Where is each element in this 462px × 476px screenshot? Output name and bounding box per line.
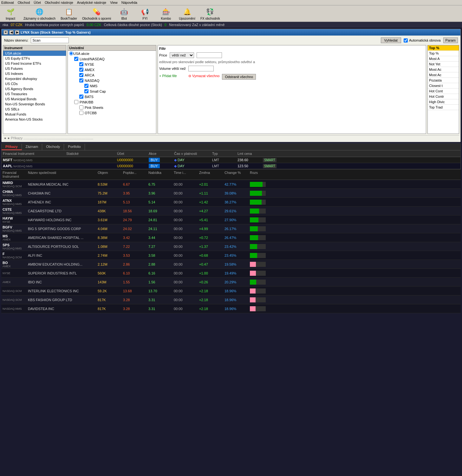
toolbar-fyi[interactable]: 📢 FYI — [137, 7, 153, 20]
loc-amex[interactable]: AMEX — [68, 67, 156, 72]
loc-otcbb[interactable]: OTCBB — [68, 110, 156, 116]
mr-change-9: +0.47 — [198, 262, 223, 267]
loc-pink-sheets[interactable]: Pink Sheets — [68, 105, 156, 110]
order-row-aapl: AAPL NASDAQ.NMS U0000000 BUY ◆ DAY LMT 1… — [2, 163, 460, 169]
market-row-0[interactable]: NMRD NASDAQ.SCM NEMAURA MEDICAL INC 8.53… — [1, 180, 461, 189]
scan-name-label: Název skeneru: — [4, 38, 28, 42]
market-row-5[interactable]: BGFV NASDAQ.NMS BIG 5 SPORTING GOODS COR… — [1, 224, 461, 233]
tab-zaznam[interactable]: Záznam — [22, 144, 42, 150]
auto-refresh-checkbox[interactable] — [404, 38, 408, 43]
clear-filter-button[interactable]: ⊖ Vymazat všechno — [188, 74, 219, 80]
toolbar-fx[interactable]: 💱 FX obchodník — [200, 7, 220, 20]
loc-arca[interactable]: ARCA — [68, 72, 156, 78]
scan-type-pozasta[interactable]: Pozasta — [428, 78, 459, 83]
scan-type-closest[interactable]: Closest t — [428, 83, 459, 89]
scan-type-most-a[interactable]: Most A — [428, 56, 459, 62]
loc-nasdaq[interactable]: NASDAQ — [68, 78, 156, 83]
instrument-us-indexes[interactable]: US Indexes — [3, 71, 66, 76]
scan-type-hot-contr[interactable]: Hot Contr — [428, 94, 459, 99]
loc-bats[interactable]: BATS — [68, 94, 156, 99]
scan-name-input[interactable] — [31, 37, 69, 43]
order-msft-action: BUY — [147, 157, 173, 163]
market-row-14[interactable]: NASDAQ.NMS DAVIDSTEA INC 817K 3.28 3.31 … — [1, 304, 461, 313]
toolbar-ibot[interactable]: 🤖 IBot — [116, 7, 132, 20]
mr-bar-9 — [249, 261, 274, 268]
loc-pink-bb[interactable]: PINK/BB — [68, 99, 156, 105]
win-min-btn[interactable]: ◀ — [9, 30, 14, 35]
instrument-non-us[interactable]: Non-US Sovereign Bonds — [3, 102, 66, 107]
instrument-us-municipal[interactable]: US Municipal Bonds — [3, 96, 66, 102]
loc-nms[interactable]: NMS — [68, 83, 156, 89]
menu-bar: Editovat Obchod Účet Obchodní nástroje A… — [0, 0, 462, 5]
filter-volume-input[interactable] — [188, 66, 214, 71]
market-row-1[interactable]: CHMA NASDAQ.NMS CHIASMA INC 75.2M 3.95 3… — [1, 189, 461, 198]
add-filter-button[interactable]: + Přidat filtr — [159, 74, 177, 80]
mr-pct-14: 18.96% — [223, 306, 249, 311]
instrument-us-sbls[interactable]: US SBLs — [3, 107, 66, 112]
scan-type-high-divic[interactable]: High Divic — [428, 99, 459, 105]
market-row-2[interactable]: ATNX NASDAQ.NMS ATHENEX INC 187M 5.13 5.… — [1, 198, 461, 207]
mr-bar-5 — [249, 226, 274, 232]
menu-item-ucet[interactable]: Účet — [34, 1, 41, 4]
mr-vol-8: 2.74M — [96, 253, 122, 258]
instrument-us-cds[interactable]: US CDs — [3, 81, 66, 86]
loc-nyse[interactable]: NYSE — [68, 62, 156, 67]
win-close-btn[interactable]: ✕ — [3, 30, 8, 35]
scan-type-most-ac-2[interactable]: Most Ac — [428, 72, 459, 78]
instrument-korporatni[interactable]: Korporátní dluhopisy — [3, 76, 66, 81]
market-row-10[interactable]: NYSE SUPERIOR INDUSTRIES INTL 560K 6.10 … — [1, 269, 461, 278]
filter-price-condition[interactable]: větší než menší než rovná se — [170, 52, 194, 58]
loc-usa-akcie[interactable]: USA akcie — [68, 51, 156, 56]
market-row-9[interactable]: BO AMEX AMBOW EDUCATION HOLDING... 2.12M… — [1, 260, 461, 269]
market-row-7[interactable]: SPS NASDAQ.NMS ALTISOURCE PORTFOLIO SOL … — [1, 242, 461, 251]
instrument-us-equity-etfs[interactable]: US Equity ETFs — [3, 56, 66, 61]
market-row-3[interactable]: CSTE NASDAQ.NMS CAESARSTONE LTD 438K 18.… — [1, 207, 461, 215]
mr-bid-14: 3.28 — [122, 306, 147, 311]
menu-item-analyticke[interactable]: Analytické nástroje — [77, 1, 106, 4]
mr-ticker-8: F NASDAQ.SCM — [1, 251, 27, 260]
menu-item-napoveda[interactable]: Nápověda — [121, 1, 137, 4]
market-row-6[interactable]: MS AMEX AMERICAN SHARED HOSPITAL ... 8.3… — [1, 233, 461, 242]
toolbar-impact[interactable]: 🌱 Impact — [3, 7, 18, 20]
mr-change-6: +0.72 — [198, 235, 223, 240]
market-row-8[interactable]: F NASDAQ.SCM ALFI INC 2.74M 3.53 3.58 00… — [1, 251, 461, 260]
instrument-us-fixed[interactable]: US Fixed Income ETFs — [3, 61, 66, 66]
scan-type-hot-cont-1[interactable]: Hot Cont — [428, 89, 459, 94]
scan-type-top-pct-1[interactable]: Top % — [428, 45, 459, 51]
order-aapl-static — [65, 165, 116, 167]
filter-price-input[interactable] — [197, 52, 222, 58]
instrument-us-treasuries[interactable]: US Treasuries — [3, 91, 66, 96]
search-button[interactable]: Vyhledat — [381, 37, 401, 43]
menu-item-editovat[interactable]: Editovat — [1, 1, 14, 4]
instrument-mutual[interactable]: Mutual Funds — [3, 112, 66, 117]
toolbar-options[interactable]: 💊 Obchodník s opcemi — [82, 7, 111, 20]
scan-type-not-yet[interactable]: Not Yet — [428, 62, 459, 67]
toolbar-zaznamy[interactable]: 🌐 Záznamy o obchodech — [23, 7, 55, 20]
market-row-12[interactable]: NASDAQ.SCM INTERLINK ELECTRONICS INC 59.… — [1, 287, 461, 295]
mr-bid-11: 1.55 — [122, 280, 147, 285]
menu-item-view[interactable]: View — [110, 1, 118, 4]
scan-type-top-trad[interactable]: Top Trad — [428, 105, 459, 110]
loc-small-cap[interactable]: Small Cap — [68, 89, 156, 94]
tab-prikazy[interactable]: Příkazy — [2, 144, 22, 150]
market-row-4[interactable]: HAYW NYSE HAYWARD HOLDINGS INC 3.61M 24.… — [1, 215, 461, 224]
market-row-11[interactable]: AMEX IBIO INC 143M 1.55 1.56 00:00 +0.26… — [1, 278, 461, 287]
menu-item-obchodni[interactable]: Obchodní nástroje — [45, 1, 73, 4]
loc-listed-nasdaq[interactable]: Listed/NASDAQ — [68, 56, 156, 62]
tab-portfolio[interactable]: Portfolio — [64, 144, 85, 150]
toolbar-alerts[interactable]: 🔔 Upozornění — [179, 7, 195, 20]
market-row-13[interactable]: NASDAQ.SCM KBS FASHION GROUP LTD 817K 3.… — [1, 295, 461, 304]
tab-obchody[interactable]: Obchody — [42, 144, 64, 150]
scan-type-top-pct-2[interactable]: Top % — [428, 51, 459, 56]
remove-all-button[interactable]: Odstranit všechno — [222, 74, 256, 80]
instrument-us-futures[interactable]: US Futures — [3, 66, 66, 71]
instrument-usa-akcie[interactable]: USA akcie — [3, 51, 66, 56]
instrument-america[interactable]: America Non-US Stocks — [3, 117, 66, 122]
order-row-msft: MSFT NASDAQ.NMS U0000000 BUY ◆ DAY LMT 2… — [2, 157, 460, 163]
instrument-us-agency[interactable]: US Agency Bonds — [3, 86, 66, 91]
menu-item-obchod[interactable]: Obchod — [18, 1, 30, 4]
toolbar-kombo[interactable]: 🎰 Kombo — [158, 7, 174, 20]
toolbar-booktrader[interactable]: 📋 BookTrader — [61, 7, 77, 20]
scan-type-most-ac-1[interactable]: Most Ac — [428, 67, 459, 72]
win-max-btn[interactable]: ▶ — [15, 30, 19, 35]
